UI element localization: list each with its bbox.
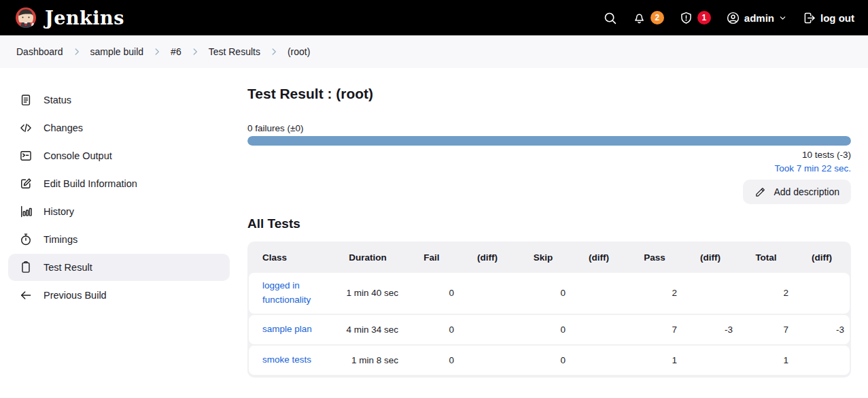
sidebar-item-label: Timings: [44, 234, 77, 245]
tests-summary: 10 tests (-3): [247, 150, 851, 160]
sidebar-item-console-output[interactable]: Console Output: [8, 142, 230, 169]
failures-summary: 0 failures (±0): [247, 123, 851, 133]
clipboard-icon: [19, 261, 33, 274]
cell-skip-diff: [571, 315, 627, 344]
cell-fail: 0: [404, 315, 459, 344]
breadcrumb-build-number[interactable]: #6: [171, 46, 181, 57]
logout-label: log out: [820, 12, 854, 24]
terminal-icon: [19, 149, 33, 163]
test-result-bar-fill: [247, 136, 851, 146]
sidebar-item-history[interactable]: History: [8, 198, 230, 225]
sidebar-item-label: Status: [44, 95, 71, 105]
chevron-right-icon: [152, 47, 162, 56]
cell-duration: 4 min 34 sec: [332, 315, 404, 344]
brand-name: Jenkins: [45, 7, 124, 29]
sidebar-item-label: Changes: [44, 122, 83, 133]
table-row: logged in functionality 1 min 40 sec 0 0…: [249, 273, 850, 314]
cell-skip: 0: [515, 315, 571, 344]
sidebar-item-label: History: [44, 206, 74, 217]
sidebar-item-edit-build-information[interactable]: Edit Build Information: [8, 170, 230, 197]
test-result-bar: [247, 136, 851, 146]
column-header-skip[interactable]: Skip: [515, 243, 571, 271]
cell-fail-diff: [459, 346, 515, 375]
breadcrumb-job[interactable]: sample build: [90, 46, 144, 57]
sidebar-item-label: Test Result: [44, 262, 92, 273]
add-description-label: Add description: [774, 186, 839, 197]
sidebar-item-test-result[interactable]: Test Result: [8, 254, 230, 281]
arrow-left-icon: [19, 288, 33, 302]
cell-pass-diff: [682, 346, 738, 375]
cell-duration: 1 min 40 sec: [332, 273, 404, 314]
column-header-class[interactable]: Class: [249, 243, 332, 271]
sidebar-item-label: Console Output: [44, 150, 112, 161]
sidebar-item-changes[interactable]: Changes: [8, 114, 230, 142]
table-row: smoke tests 1 min 8 sec 0 0 1 1: [249, 346, 850, 375]
search-button[interactable]: [603, 11, 617, 25]
column-header-pass[interactable]: Pass: [627, 243, 682, 271]
edit-icon: [19, 177, 33, 190]
logout-icon: [802, 11, 816, 25]
chevron-right-icon: [72, 47, 82, 56]
test-class-link[interactable]: smoke tests: [262, 354, 311, 365]
notifications-badge: 2: [650, 11, 664, 24]
logout-button[interactable]: log out: [802, 11, 854, 25]
cell-pass: 2: [627, 273, 682, 314]
shield-alert-icon: [679, 11, 693, 25]
user-name: admin: [744, 12, 774, 24]
cell-total-diff: [794, 273, 850, 314]
all-tests-table: Class Duration Fail (diff) Skip (diff) P…: [247, 242, 851, 378]
cell-fail-diff: [459, 315, 515, 344]
cell-total-diff: [794, 346, 850, 375]
cell-total: 7: [738, 315, 794, 344]
column-header-pass-diff[interactable]: (diff): [682, 243, 738, 271]
column-header-duration[interactable]: Duration: [332, 243, 404, 271]
search-icon: [603, 11, 617, 25]
breadcrumb: Dashboard sample build #6 Test Results (…: [0, 35, 868, 68]
stopwatch-icon: [19, 233, 33, 246]
user-icon: [726, 11, 740, 25]
cell-duration: 1 min 8 sec: [332, 346, 404, 375]
column-header-fail-diff[interactable]: (diff): [459, 243, 515, 271]
chevron-right-icon: [269, 47, 279, 56]
breadcrumb-root[interactable]: (root): [288, 46, 310, 57]
column-header-fail[interactable]: Fail: [404, 243, 459, 271]
page-title: Test Result : (root): [247, 86, 851, 102]
sidebar-item-status[interactable]: Status: [8, 86, 230, 114]
sidebar: Status Changes Console Output: [0, 68, 238, 398]
duration-link[interactable]: Took 7 min 22 sec.: [247, 163, 851, 173]
topbar: Jenkins 2: [0, 0, 868, 35]
notifications-button[interactable]: 2: [632, 11, 664, 25]
sidebar-item-label: Edit Build Information: [44, 178, 137, 189]
cell-pass: 7: [627, 315, 682, 344]
cell-total-diff: -3: [794, 315, 850, 344]
security-button[interactable]: 1: [679, 11, 711, 25]
column-header-total[interactable]: Total: [738, 243, 794, 271]
cell-pass-diff: -3: [682, 315, 738, 344]
table-header-row: Class Duration Fail (diff) Skip (diff) P…: [249, 243, 850, 271]
cell-fail: 0: [404, 346, 459, 375]
breadcrumb-dashboard[interactable]: Dashboard: [16, 46, 63, 57]
cell-fail: 0: [404, 273, 459, 314]
user-menu[interactable]: admin: [726, 11, 787, 25]
add-description-button[interactable]: Add description: [743, 180, 851, 204]
all-tests-title: All Tests: [247, 216, 851, 231]
cell-skip: 0: [515, 346, 571, 375]
bell-icon: [632, 11, 646, 25]
cell-skip-diff: [571, 346, 627, 375]
cell-total: 1: [738, 346, 794, 375]
breadcrumb-test-results[interactable]: Test Results: [209, 46, 260, 57]
column-header-total-diff[interactable]: (diff): [794, 243, 850, 271]
test-class-link[interactable]: logged in functionality: [262, 280, 311, 305]
main-content: Test Result : (root) 0 failures (±0) 10 …: [238, 68, 868, 398]
sidebar-item-timings[interactable]: Timings: [8, 226, 230, 253]
jenkins-home-link[interactable]: Jenkins: [14, 5, 124, 30]
cell-skip: 0: [515, 273, 571, 314]
bar-chart-icon: [19, 205, 33, 218]
sidebar-item-previous-build[interactable]: Previous Build: [8, 282, 230, 309]
test-class-link[interactable]: sample plan: [262, 324, 312, 334]
column-header-skip-diff[interactable]: (diff): [571, 243, 627, 271]
document-icon: [19, 93, 33, 107]
cell-pass-diff: [682, 273, 738, 314]
cell-fail-diff: [459, 273, 515, 314]
topbar-actions: 2 1 admin: [603, 11, 854, 25]
